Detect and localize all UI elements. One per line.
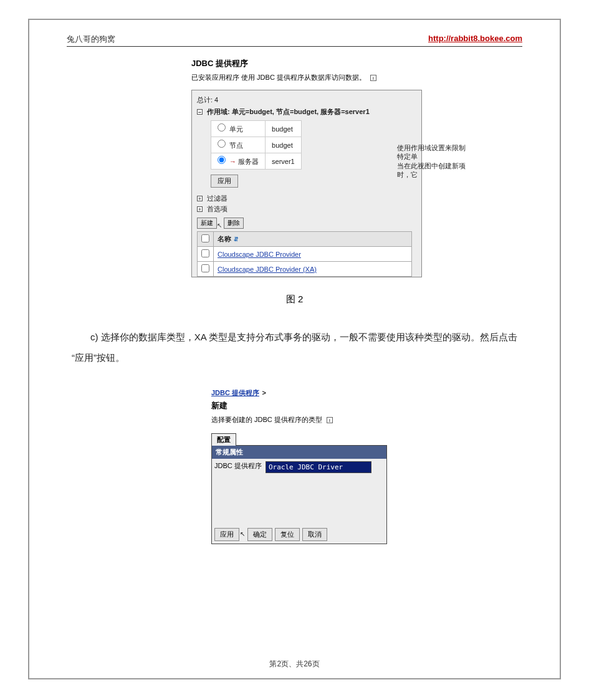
tab-row: 配置 — [211, 433, 387, 446]
jdbc-panel-subtitle: 已安装应用程序 使用 JDBC 提供程序从数据库访问数据。 i — [191, 73, 522, 82]
row-checkbox[interactable] — [201, 249, 209, 257]
expand-icon[interactable]: + — [197, 196, 203, 201]
prefs-row[interactable]: + 首选项 — [197, 204, 416, 214]
collapse-icon[interactable]: − — [197, 109, 203, 115]
new-button[interactable]: 新建 — [197, 218, 217, 229]
scope-header: − 作用域: 单元=budget, 节点=budget, 服务器=server1 — [197, 107, 416, 117]
table-action-row: 新建 ↖ 删除 — [197, 218, 416, 229]
provider-link[interactable]: Cloudscape JDBC Provider — [218, 251, 301, 258]
filter-row[interactable]: + 过滤器 — [197, 194, 416, 203]
breadcrumb-sep: > — [262, 389, 266, 396]
cursor-icon: ↖ — [217, 222, 222, 229]
figure-2: JDBC 提供程序 > 新建 选择要创建的 JDBC 提供程序的类型 i 配置 … — [211, 386, 522, 544]
select-all-checkbox[interactable] — [201, 234, 209, 242]
blog-url-link[interactable]: http://rabbit8.bokee.com — [428, 34, 522, 45]
provider-link[interactable]: Cloudscape JDBC Provider (XA) — [218, 266, 317, 273]
info-icon[interactable]: i — [327, 417, 333, 423]
radio-node[interactable] — [218, 140, 226, 148]
jdbc-scope-panel: 总计: 4 − 作用域: 单元=budget, 节点=budget, 服务器=s… — [191, 90, 422, 277]
scope-table: 单元 budget 节点 budget → 服务器 server1 — [211, 120, 302, 170]
paragraph-c: c) 选择你的数据库类型，XA 类型是支持分布式事务的驱动，一般不需要使用该种类… — [72, 327, 517, 368]
blog-name: 兔八哥的狗窝 — [67, 34, 115, 45]
cursor-icon: ↖ — [240, 530, 245, 544]
general-properties-bar: 常规属性 — [212, 446, 386, 459]
config-panel: 配置 常规属性 JDBC 提供程序 Oracle JDBC Driver 应用 … — [211, 433, 387, 544]
breadcrumb: JDBC 提供程序 > — [211, 386, 522, 398]
name-column-header[interactable]: 名称⇵ — [214, 232, 412, 247]
tab-config[interactable]: 配置 — [211, 433, 236, 446]
tab-body: 常规属性 JDBC 提供程序 Oracle JDBC Driver 应用 ↖ 确… — [211, 445, 387, 544]
page: 兔八哥的狗窝 http://rabbit8.bokee.com JDBC 提供程… — [28, 19, 561, 679]
apply-scope-button[interactable]: 应用 — [211, 175, 238, 188]
provider-field-label: JDBC 提供程序 — [212, 459, 266, 476]
ok-button[interactable]: 确定 — [247, 528, 272, 541]
config-button-row: 应用 ↖ 确定 复位 取消 — [212, 525, 386, 544]
page-header: 兔八哥的狗窝 http://rabbit8.bokee.com — [67, 34, 522, 47]
scope-help-text: 使用作用域设置来限制特定单 当在此视图中创建新项时，它 — [397, 143, 466, 179]
provider-row: JDBC 提供程序 Oracle JDBC Driver — [212, 459, 386, 476]
provider-select[interactable]: Oracle JDBC Driver — [266, 461, 371, 473]
row-checkbox[interactable] — [201, 264, 209, 272]
sort-icon[interactable]: ⇵ — [234, 236, 239, 242]
panel-filler — [212, 476, 386, 525]
table-row: Cloudscape JDBC Provider — [198, 247, 412, 262]
new-subtitle: 选择要创建的 JDBC 提供程序的类型 i — [211, 415, 522, 424]
expand-icon[interactable]: + — [197, 206, 203, 212]
jdbc-panel-title: JDBC 提供程序 — [191, 58, 522, 69]
delete-button[interactable]: 删除 — [224, 218, 244, 229]
reset-button[interactable]: 复位 — [275, 528, 300, 541]
info-icon[interactable]: i — [370, 75, 376, 81]
figure-1: JDBC 提供程序 已安装应用程序 使用 JDBC 提供程序从数据库访问数据。 … — [191, 58, 522, 277]
scope-row-server: → 服务器 server1 — [211, 153, 302, 170]
page-footer: 第2页、共26页 — [29, 659, 560, 669]
radio-server[interactable] — [218, 156, 226, 164]
new-title: 新建 — [211, 400, 522, 411]
apply-button[interactable]: 应用 — [214, 528, 239, 541]
providers-table: 名称⇵ Cloudscape JDBC Provider Cloudscape … — [197, 231, 412, 277]
breadcrumb-link[interactable]: JDBC 提供程序 — [211, 389, 259, 396]
scope-row-cell: 单元 budget — [211, 121, 302, 137]
cancel-button[interactable]: 取消 — [302, 528, 327, 541]
radio-cell[interactable] — [218, 123, 226, 132]
scope-row-node: 节点 budget — [211, 137, 302, 153]
table-row: Cloudscape JDBC Provider (XA) — [198, 262, 412, 277]
figure-1-caption: 图 2 — [67, 294, 522, 305]
total-count: 总计: 4 — [197, 95, 416, 105]
